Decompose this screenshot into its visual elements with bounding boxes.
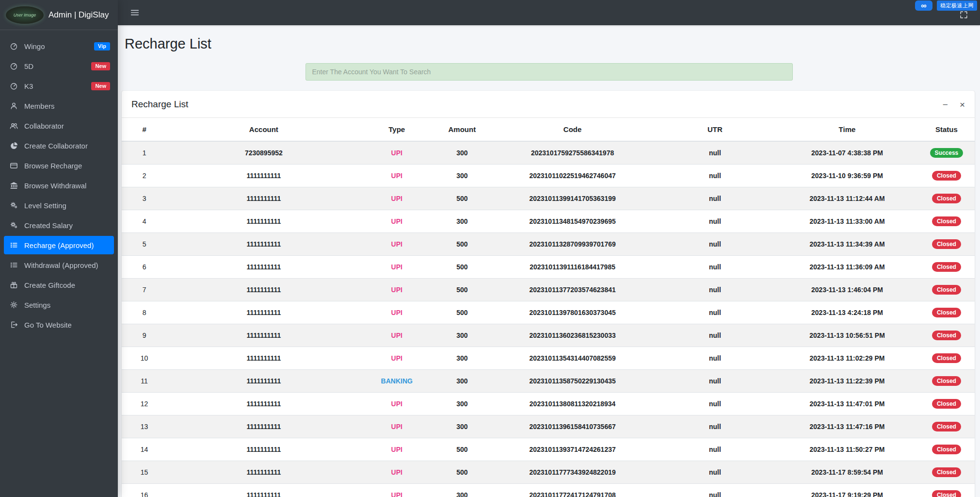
cell-amount: 500 (433, 187, 491, 210)
cell-index: 6 (122, 255, 167, 278)
bank-icon (9, 181, 19, 190)
sidebar-item-browse-withdrawal[interactable]: Browse Withdrawal (4, 176, 114, 195)
payment-type-label: UPI (391, 400, 402, 408)
column-header-account: Account (167, 118, 360, 141)
cell-account: 1111111111 (167, 347, 360, 369)
status-badge: Closed (932, 331, 961, 340)
cell-time: 2023-11-13 11:47:01 PM (776, 392, 918, 415)
payment-type-label: BANKING (381, 377, 413, 385)
cell-status: Closed (918, 255, 975, 278)
close-icon[interactable]: × (960, 100, 965, 109)
cell-status: Closed (918, 164, 975, 187)
cell-account: 1111111111 (167, 483, 360, 497)
extension-badge[interactable]: 稳定极速上网 (937, 0, 977, 11)
table-row: 101111111111UPI3002023101135431440708255… (122, 347, 975, 369)
sidebar-item-collaborator[interactable]: Collaborator (4, 116, 114, 135)
sidebar-item-level-setting[interactable]: Level Setting (4, 196, 114, 215)
status-badge: Closed (932, 285, 961, 295)
cell-utr: null (654, 369, 776, 392)
account-search-input[interactable] (305, 63, 793, 81)
payment-type-label: UPI (391, 423, 402, 431)
cell-utr: null (654, 392, 776, 415)
cell-amount: 300 (433, 141, 491, 164)
payment-type-label: UPI (391, 468, 402, 476)
cell-time: 2023-11-13 10:56:51 PM (776, 324, 918, 347)
payment-type-label: UPI (391, 286, 402, 294)
cell-time: 2023-11-13 11:47:16 PM (776, 415, 918, 438)
cell-code: 20231011396158410735667 (491, 415, 654, 438)
sidebar-item-browse-recharge[interactable]: Browse Recharge (4, 156, 114, 175)
cell-status: Closed (918, 187, 975, 210)
cell-utr: null (654, 324, 776, 347)
sidebar: User Image Admin | DigiSlay WingoVip5DNe… (0, 0, 118, 497)
status-badge: Closed (932, 353, 961, 363)
sidebar-item-label: Level Setting (24, 201, 66, 210)
payment-type-label: UPI (391, 240, 402, 248)
sidebar-item-5d[interactable]: 5DNew (4, 57, 114, 75)
sidebar-item-members[interactable]: Members (4, 97, 114, 115)
cell-type: UPI (361, 461, 434, 483)
table-row: 161111111111UPI3002023101177241712479170… (122, 483, 975, 497)
cell-time: 2023-11-13 11:12:44 AM (776, 187, 918, 210)
column-header-utr: UTR (654, 118, 776, 141)
cell-type: UPI (361, 301, 434, 324)
table-row: 17230895952UPI3002023101759275586341978n… (122, 141, 975, 164)
cell-utr: null (654, 347, 776, 369)
cell-utr: null (654, 210, 776, 232)
fullscreen-icon[interactable] (959, 10, 968, 19)
sidebar-item-create-giftcode[interactable]: Create Giftcode (4, 276, 114, 294)
cell-utr: null (654, 461, 776, 483)
sidebar-item-settings[interactable]: Settings (4, 296, 114, 314)
cell-index: 14 (122, 438, 167, 461)
cell-code: 20231011022519462746047 (491, 164, 654, 187)
cell-status: Closed (918, 301, 975, 324)
cell-type: UPI (361, 324, 434, 347)
table-row: 151111111111UPI5002023101177734392482201… (122, 461, 975, 483)
cell-index: 12 (122, 392, 167, 415)
cell-code: 20231011377203574623841 (491, 278, 654, 301)
credit-card-icon (9, 161, 19, 170)
sidebar-item-created-salary[interactable]: Created Salary (4, 216, 114, 234)
sidebar-brand: User Image Admin | DigiSlay (0, 0, 118, 30)
status-badge: Closed (932, 194, 961, 203)
extension-logo-icon[interactable]: ∞ (915, 0, 932, 11)
status-badge: Closed (932, 308, 961, 317)
status-badge: Closed (932, 376, 961, 386)
cell-time: 2023-11-13 11:02:29 PM (776, 347, 918, 369)
cell-status: Closed (918, 369, 975, 392)
sidebar-item-recharge-approved[interactable]: Recharge (Approved) (4, 236, 114, 254)
cell-code: 20231011354314407082559 (491, 347, 654, 369)
collapse-icon[interactable]: − (943, 100, 948, 109)
sidebar-item-k3[interactable]: K3New (4, 77, 114, 95)
cell-status: Closed (918, 347, 975, 369)
cell-code: 20231011397801630373045 (491, 301, 654, 324)
cell-amount: 500 (433, 438, 491, 461)
cell-utr: null (654, 483, 776, 497)
cell-amount: 300 (433, 483, 491, 497)
cell-type: UPI (361, 141, 434, 164)
sidebar-item-go-to-website[interactable]: Go To Website (4, 315, 114, 334)
table-row: 21111111111UPI30020231011022519462746047… (122, 164, 975, 187)
cell-type: UPI (361, 255, 434, 278)
gauge-icon (9, 42, 19, 50)
payment-type-label: UPI (391, 195, 402, 202)
avatar-placeholder-text: User Image (14, 13, 36, 17)
cell-amount: 300 (433, 415, 491, 438)
gauge-icon (9, 82, 19, 90)
cell-type: UPI (361, 164, 434, 187)
table-row: 81111111111UPI50020231011397801630373045… (122, 301, 975, 324)
sidebar-item-label: Members (24, 102, 55, 110)
sidebar-item-create-collaborator[interactable]: Create Collaborator (4, 136, 114, 155)
cell-time: 2023-11-10 9:36:59 PM (776, 164, 918, 187)
cell-index: 15 (122, 461, 167, 483)
cell-account: 1111111111 (167, 415, 360, 438)
cell-time: 2023-11-13 11:33:00 AM (776, 210, 918, 232)
payment-type-label: UPI (391, 149, 402, 157)
cell-code: 20231011328709939701769 (491, 232, 654, 255)
search-bar (118, 63, 980, 81)
gauge-icon (9, 62, 19, 70)
sidebar-item-withdrawal-approved[interactable]: Withdrawal (Approved) (4, 256, 114, 274)
payment-type-label: UPI (391, 446, 402, 453)
sidebar-item-wingo[interactable]: WingoVip (4, 37, 114, 55)
menu-toggle-icon[interactable] (129, 7, 140, 18)
